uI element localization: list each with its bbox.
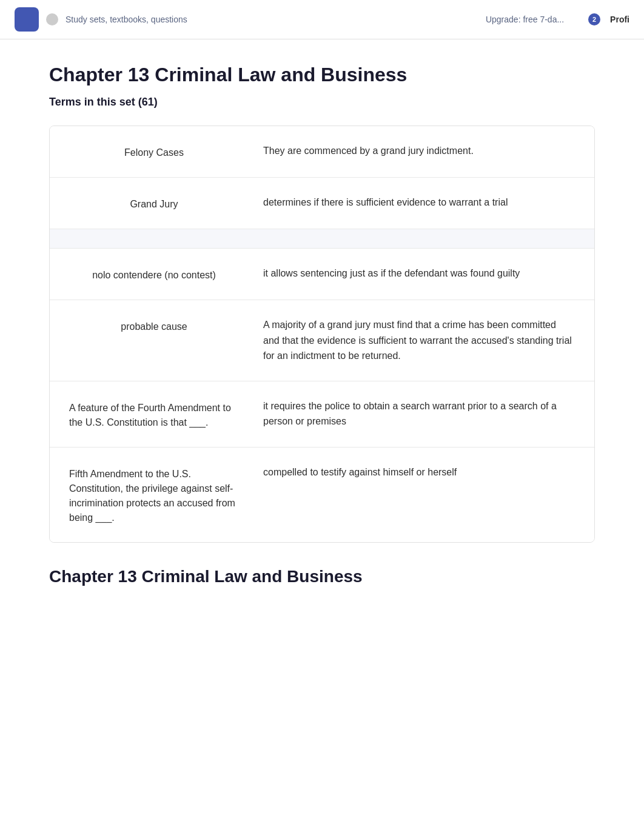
term-card: nolo contendere (no contest) it allows s…	[50, 249, 594, 300]
spacer-row	[50, 229, 594, 249]
term-card: probable cause A majority of a grand jur…	[50, 300, 594, 381]
term-text: Grand Jury	[69, 195, 239, 212]
definition-text: compelled to testify against himself or …	[263, 464, 575, 480]
app-header: Study sets, textbooks, questions Upgrade…	[0, 0, 644, 39]
term-text: A feature of the Fourth Amendment to the…	[69, 398, 239, 430]
definition-text: A majority of a grand jury must find tha…	[263, 317, 575, 364]
term-card: Grand Jury determines if there is suffic…	[50, 178, 594, 229]
header-nav[interactable]: Study sets, textbooks, questions	[65, 15, 486, 24]
definition-text: it requires the police to obtain a searc…	[263, 398, 575, 429]
notification-badge[interactable]: 2	[588, 13, 600, 25]
definition-text: determines if there is sufficient eviden…	[263, 195, 575, 210]
term-text: probable cause	[69, 317, 239, 334]
term-card: Fifth Amendment to the U.S. Constitution…	[50, 448, 594, 542]
definition-text: They are commenced by a grand jury indic…	[263, 143, 575, 159]
app-logo	[15, 7, 39, 32]
term-card: Felony Cases They are commenced by a gra…	[50, 126, 594, 178]
upgrade-link[interactable]: Upgrade: free 7-da...	[486, 15, 564, 24]
page-title: Chapter 13 Criminal Law and Business	[49, 64, 595, 86]
terms-count: Terms in this set (61)	[49, 96, 595, 109]
term-cards-container: Felony Cases They are commenced by a gra…	[49, 126, 595, 543]
profile-button[interactable]: Profi	[610, 15, 629, 24]
user-avatar-small	[46, 13, 58, 25]
term-text: Felony Cases	[69, 143, 239, 160]
header-right: Upgrade: free 7-da... 2 Profi	[486, 13, 629, 25]
main-content: Chapter 13 Criminal Law and Business Ter…	[25, 39, 619, 623]
term-card: A feature of the Fourth Amendment to the…	[50, 381, 594, 448]
term-text: Fifth Amendment to the U.S. Constitution…	[69, 464, 239, 525]
term-text: nolo contendere (no contest)	[69, 266, 239, 283]
section-chapter-title: Chapter 13 Criminal Law and Business	[49, 567, 595, 586]
definition-text: it allows sentencing just as if the defe…	[263, 266, 575, 281]
nav-label[interactable]: Study sets, textbooks, questions	[65, 15, 187, 24]
